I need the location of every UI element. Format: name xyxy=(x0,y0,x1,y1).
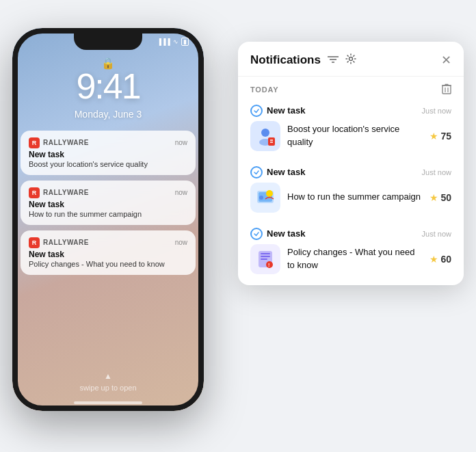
check-circle-2[interactable] xyxy=(250,166,263,178)
svg-point-9 xyxy=(261,129,269,137)
panel-header: Notifications ✕ xyxy=(238,42,464,77)
task-label-3: New task xyxy=(267,228,305,239)
phone-status-bar: ▐▐▐ ∿ ▮ xyxy=(157,38,189,46)
score-number-2: 50 xyxy=(440,192,451,203)
filter-icon[interactable] xyxy=(328,55,339,66)
task-label-2: New task xyxy=(267,167,305,177)
svg-point-16 xyxy=(266,190,273,197)
signal-icon: ▐▐▐ xyxy=(157,38,170,45)
notif-star-score-1: ★ 75 xyxy=(429,131,451,142)
panel-task-row-1: New task Just now xyxy=(246,101,455,118)
notif-thumb-2 xyxy=(250,183,280,213)
notif-thumb-1 xyxy=(250,121,280,151)
panel-task-left-1: New task xyxy=(250,105,305,117)
panel-content-row-1[interactable]: Boost your location's service quality ★ … xyxy=(246,118,455,157)
phone-notif-app-3: R RALLYWARE xyxy=(29,237,89,248)
phone-notif-app-2: R RALLYWARE xyxy=(29,187,89,198)
phone-notif-body-1: Boost your location's service quality xyxy=(29,160,187,168)
svg-point-3 xyxy=(349,57,352,61)
panel-notif-group-1: New task Just now Boost your location's … xyxy=(238,101,464,157)
phone-notifications-list: R RALLYWARE now New task Boost your loca… xyxy=(21,131,196,275)
svg-rect-19 xyxy=(261,253,270,254)
phone-home-bar[interactable] xyxy=(74,401,142,404)
phone-date: Monday, June 3 xyxy=(75,109,142,120)
rallyware-icon-1: R xyxy=(29,137,40,148)
star-icon-2: ★ xyxy=(429,192,438,203)
close-icon[interactable]: ✕ xyxy=(441,53,451,68)
task-time-3: Just now xyxy=(422,230,451,238)
phone-notif-card-2[interactable]: R RALLYWARE now New task How to run the … xyxy=(21,181,196,225)
svg-rect-11 xyxy=(268,137,275,146)
notif-content-text-2: How to run the summer campaign xyxy=(287,191,423,203)
panel-task-row-3: New task Just now xyxy=(246,224,455,241)
wifi-icon: ∿ xyxy=(173,38,178,45)
phone-notif-title-2: New task xyxy=(29,200,187,209)
check-circle-1[interactable] xyxy=(250,105,263,117)
svg-text:!: ! xyxy=(268,263,269,267)
panel-notif-group-3: New task Just now ! Policy changes - Wha… xyxy=(238,224,464,280)
panel-content-row-2[interactable]: How to run the summer campaign ★ 50 xyxy=(246,180,455,218)
notif-thumb-3: ! xyxy=(250,244,280,274)
phone-notif-card-1[interactable]: R RALLYWARE now New task Boost your loca… xyxy=(21,131,196,175)
phone-notif-title-3: New task xyxy=(29,250,187,259)
check-circle-3[interactable] xyxy=(250,228,263,240)
phone-notif-appname-3: RALLYWARE xyxy=(43,239,89,246)
phone-notif-title-1: New task xyxy=(29,150,187,159)
phone-mockup: ▐▐▐ ∿ ▮ 🔒 9:41 Monday, June 3 R RALLYWAR… xyxy=(12,28,204,411)
panel-notif-group-2: New task Just now How to run the summer … xyxy=(238,162,464,218)
notif-content-text-3: Policy changes - What you need to know xyxy=(287,246,423,271)
delete-all-icon[interactable] xyxy=(442,83,451,96)
swipe-arrow-icon: ▲ xyxy=(104,371,112,381)
phone-swipe-area[interactable]: ▲ swipe up to open xyxy=(79,371,136,392)
score-number-1: 75 xyxy=(440,131,451,142)
rallyware-icon-3: R xyxy=(29,237,40,248)
task-label-1: New task xyxy=(267,105,305,116)
scene: ▐▐▐ ∿ ▮ 🔒 9:41 Monday, June 3 R RALLYWAR… xyxy=(12,14,464,438)
panel-content-row-3[interactable]: ! Policy changes - What you need to know… xyxy=(246,241,455,280)
panel-title: Notifications xyxy=(250,53,321,67)
notif-star-score-3: ★ 60 xyxy=(429,254,451,265)
panel-section-header: TODAY xyxy=(238,77,464,101)
notif-star-score-2: ★ 50 xyxy=(429,192,451,203)
notifications-panel: Notifications ✕ TODAY xyxy=(238,42,464,285)
phone-notif-appname-1: RALLYWARE xyxy=(43,139,89,146)
phone-notif-card-3[interactable]: R RALLYWARE now New task Policy changes … xyxy=(21,230,196,275)
panel-task-row-2: New task Just now xyxy=(246,162,455,180)
phone-time: 9:41 xyxy=(76,66,140,107)
svg-rect-21 xyxy=(261,258,267,260)
star-icon-1: ★ xyxy=(429,131,438,142)
swipe-text: swipe up to open xyxy=(79,384,136,392)
phone-notch xyxy=(74,34,142,50)
svg-point-17 xyxy=(259,196,263,200)
phone-notif-body-3: Policy changes - What you need to know xyxy=(29,260,187,268)
svg-rect-20 xyxy=(261,256,270,257)
panel-task-left-2: New task xyxy=(250,166,305,178)
battery-icon: ▮ xyxy=(181,38,189,46)
panel-header-left: Notifications xyxy=(250,53,356,67)
notif-content-text-1: Boost your location's service quality xyxy=(287,123,423,148)
phone-notif-time-2: now xyxy=(175,189,187,196)
score-number-3: 60 xyxy=(440,254,451,265)
phone-notif-body-2: How to run the summer campaign xyxy=(29,210,187,218)
star-icon-3: ★ xyxy=(429,254,438,265)
phone-notif-time-3: now xyxy=(175,239,187,246)
phone-notif-appname-2: RALLYWARE xyxy=(43,189,89,196)
section-today-label: TODAY xyxy=(250,85,278,94)
panel-task-left-3: New task xyxy=(250,228,305,240)
phone-notif-time-1: now xyxy=(175,139,187,146)
task-time-2: Just now xyxy=(422,168,451,176)
task-time-1: Just now xyxy=(422,107,451,115)
settings-icon[interactable] xyxy=(345,53,356,66)
rallyware-icon-2: R xyxy=(29,187,40,198)
phone-notif-app-1: R RALLYWARE xyxy=(29,137,89,148)
svg-rect-4 xyxy=(442,85,451,94)
